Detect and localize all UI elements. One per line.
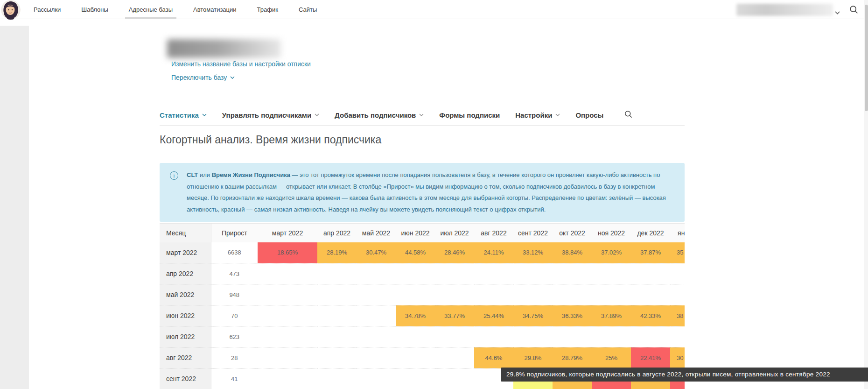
cohort-cell[interactable]: 37.87% [631,242,670,263]
cohort-cell[interactable]: 28.46% [435,242,474,263]
tab-4[interactable]: Формы подписки [439,111,500,119]
table-row: июл 2022623 [160,326,685,347]
cohort-cell [631,284,670,305]
tabs-search-icon[interactable] [624,110,632,120]
cohort-cell[interactable]: 44.58% [396,242,435,263]
topnav-search-icon[interactable] [849,5,858,16]
topnav-item-5[interactable]: Трафик [253,0,282,19]
cohort-cell[interactable]: 30 [670,347,685,368]
cohort-cell[interactable]: 24.11% [474,242,513,263]
growth-cell: 6638 [211,242,258,263]
cohort-cell[interactable]: 25.44% [474,305,513,326]
cohort-cell[interactable]: 33.77% [435,305,474,326]
cohort-cell[interactable]: 34.78% [396,305,435,326]
cohort-cell[interactable]: 22.41% [631,347,670,368]
cohort-cell[interactable]: 35 [670,242,685,263]
cohort-cell[interactable]: 38.84% [553,242,592,263]
cohort-cell[interactable]: 29.8% [513,347,553,368]
tab-label: Добавить подписчиков [335,111,416,119]
avatar-image [1,0,21,20]
topnav-item-6[interactable]: Сайты [295,0,321,19]
cohort-cell[interactable]: 25% [592,347,631,368]
page: РассылкиШаблоныАдресные базыАвтоматизаци… [0,0,868,389]
cohort-cell [317,284,357,305]
topnav-item-1[interactable]: Рассылки [30,0,64,19]
cohort-cell [435,263,474,284]
cohort-cell[interactable]: 44.6% [474,347,513,368]
tab-label: Управлять подписчиками [222,111,311,119]
topnav: РассылкиШаблоныАдресные базыАвтоматизаци… [0,0,868,19]
column-header: ноя 2022 [592,224,631,242]
column-header: июл 2022 [435,224,474,242]
cohort-cell [396,347,435,368]
cohort-cell[interactable]: 18.65% [258,242,317,263]
cohort-cell [396,326,435,347]
cohort-cell [357,347,396,368]
cohort-cell [357,326,396,347]
account-name-redacted[interactable] [736,4,833,16]
cohort-cell [258,347,317,368]
cohort-cell [317,347,357,368]
tabs-separator [160,125,685,126]
column-header: май 2022 [357,224,396,242]
cohort-cell [513,284,553,305]
scrollbar[interactable] [864,0,868,389]
cohort-cell [396,368,435,389]
cohort-cell [670,326,685,347]
table-row: май 2022948 [160,284,685,305]
row-month-label: авг 2022 [160,347,211,368]
tab-2[interactable]: Управлять подписчиками [222,111,319,119]
cohort-cell [670,284,685,305]
tab-1[interactable]: Статистика [160,111,207,119]
growth-cell: 41 [211,368,258,389]
cohort-header-row: МесяцПриростмарт 2022апр 2022май 2022июн… [160,224,685,242]
cohort-cell [258,368,317,389]
cohort-cell [553,284,592,305]
cohort-cell[interactable]: 37.02% [592,242,631,263]
row-month-label: март 2022 [160,242,211,263]
cohort-cell[interactable]: 42.33% [631,305,670,326]
column-header: апр 2022 [317,224,357,242]
left-gutter [0,26,29,389]
column-header: авг 2022 [474,224,513,242]
avatar[interactable] [1,0,21,20]
cohort-cell[interactable]: 37.89% [592,305,631,326]
cohort-cell [474,263,513,284]
topnav-item-4[interactable]: Автоматизации [189,0,240,19]
account-chevron-down-icon[interactable] [835,8,840,16]
cohort-cell[interactable]: 33.12% [513,242,553,263]
switch-base-link[interactable]: Переключить базу [171,74,235,81]
cohort-cell[interactable]: 34.75% [513,305,553,326]
table-row: июн 20227034.78%33.77%25.44%34.75%36.33%… [160,305,685,326]
edit-base-link[interactable]: Изменить название базы и настройки отпис… [171,60,311,68]
cohort-cell[interactable]: 28.79% [553,347,592,368]
column-header: июн 2022 [396,224,435,242]
base-name-redacted [167,39,281,58]
tab-5[interactable]: Настройки [515,111,560,119]
topnav-item-2[interactable]: Шаблоны [77,0,112,19]
cohort-cell [258,284,317,305]
cohort-cell [435,326,474,347]
cohort-cell[interactable]: 36.33% [553,305,592,326]
cohort-cell[interactable]: 30.47% [357,242,396,263]
cohort-cell[interactable]: 28.19% [317,242,357,263]
tab-label: Опросы [575,111,603,119]
scrollbar-thumb[interactable] [865,5,868,111]
cohort-table: МесяцПриростмарт 2022апр 2022май 2022июн… [160,223,685,389]
edit-base-link-label: Изменить название базы и настройки отпис… [171,60,311,68]
row-month-label: июн 2022 [160,305,211,326]
topnav-item-3[interactable]: Адресные базы [125,0,176,19]
info-icon: i [170,171,178,180]
cohort-cell [258,326,317,347]
tab-6[interactable]: Опросы [575,111,603,119]
info-box: i CLT или Время Жизни Подписчика — это т… [160,163,685,222]
tab-label: Статистика [160,111,199,119]
row-month-label: апр 2022 [160,263,211,284]
cohort-cell [317,368,357,389]
tab-3[interactable]: Добавить подписчиков [335,111,424,119]
cohort-cell [631,326,670,347]
cohort-cell [357,305,396,326]
cohort-cell[interactable]: 38 [670,305,685,326]
cohort-cell [317,326,357,347]
cohort-cell [553,263,592,284]
